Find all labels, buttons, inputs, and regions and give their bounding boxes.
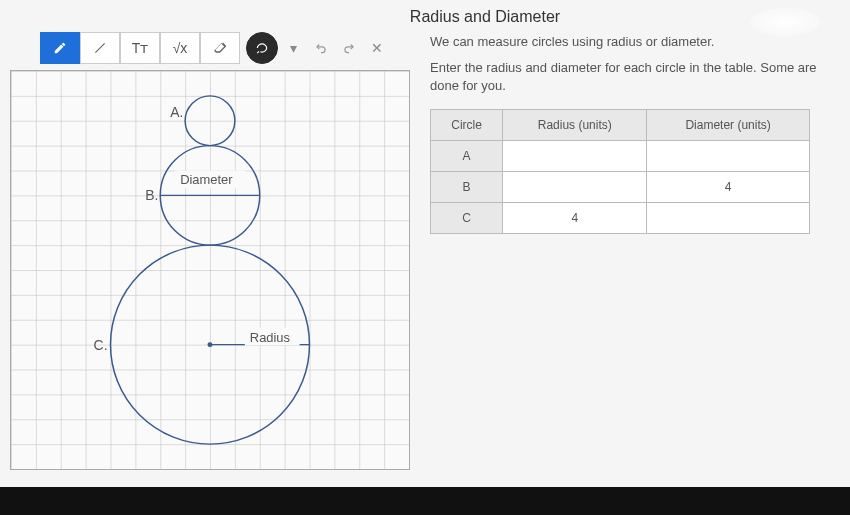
instructions-panel: We can measure circles using radius or d… (430, 70, 840, 474)
header-radius: Radius (units) (503, 110, 647, 141)
cell-circle-c: C (431, 203, 503, 234)
intro-text: We can measure circles using radius or d… (430, 34, 840, 49)
table-row: A (431, 141, 810, 172)
table-row: C 4 (431, 203, 810, 234)
page-title: Radius and Diameter (120, 0, 850, 30)
glare (750, 8, 820, 36)
undo-button[interactable] (308, 32, 334, 64)
eraser-icon (212, 40, 228, 56)
svg-rect-2 (11, 71, 409, 469)
pen-tool[interactable] (40, 32, 80, 64)
cell-diameter-c[interactable] (647, 203, 810, 234)
cell-radius-b[interactable] (503, 172, 647, 203)
diameter-label: Diameter (180, 172, 233, 187)
cell-diameter-b: 4 (647, 172, 810, 203)
line-icon (93, 41, 107, 55)
redo-button[interactable] (336, 32, 362, 64)
svg-line-0 (95, 43, 104, 52)
close-button[interactable]: ✕ (364, 32, 390, 64)
eraser-tool[interactable] (200, 32, 240, 64)
instruction-text: Enter the radius and diameter for each c… (430, 59, 840, 95)
cell-circle-a: A (431, 141, 503, 172)
circle-c-label: C. (94, 337, 108, 353)
text-tool[interactable]: Tᴛ (120, 32, 160, 64)
circle-b-label: B. (145, 187, 158, 203)
pen-icon (53, 41, 67, 55)
bottom-bar (0, 487, 850, 515)
line-tool[interactable] (80, 32, 120, 64)
cell-diameter-a[interactable] (647, 141, 810, 172)
cell-radius-c: 4 (503, 203, 647, 234)
header-circle: Circle (431, 110, 503, 141)
grid-diagram[interactable]: A. B. C. Diameter Radius (10, 70, 410, 470)
redo-icon (342, 41, 356, 55)
diagram-panel: A. B. C. Diameter Radius (10, 70, 410, 474)
circle-a-label: A. (170, 104, 183, 120)
radius-label: Radius (250, 330, 290, 345)
cell-radius-a[interactable] (503, 141, 647, 172)
cell-circle-b: B (431, 172, 503, 203)
undo-icon (314, 41, 328, 55)
table-row: B 4 (431, 172, 810, 203)
answer-table: Circle Radius (units) Diameter (units) A… (430, 109, 810, 234)
equation-tool[interactable]: √x (160, 32, 200, 64)
lasso-tool[interactable] (246, 32, 278, 64)
dropdown-icon[interactable]: ▾ (280, 32, 306, 64)
lasso-icon (255, 41, 269, 55)
header-diameter: Diameter (units) (647, 110, 810, 141)
